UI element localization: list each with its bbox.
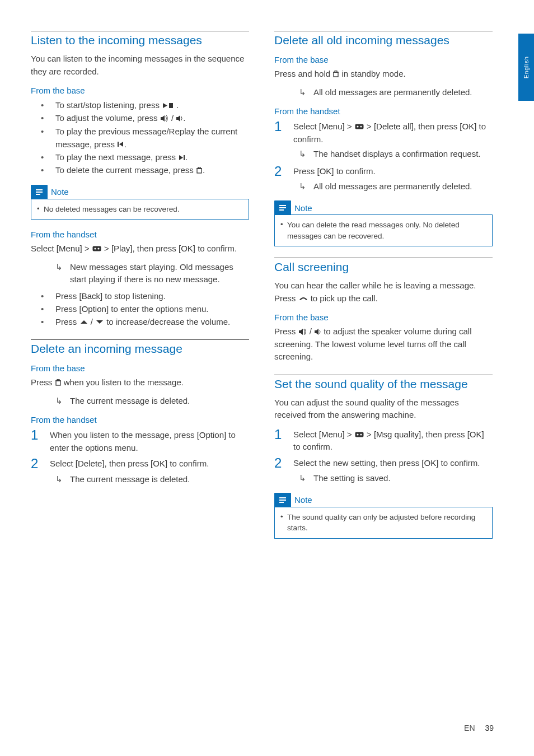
right-column: Delete all old incoming messages From th… xyxy=(274,31,493,734)
result-line: ↳ New messages start playing. Old messag… xyxy=(31,261,249,286)
tape-icon xyxy=(92,245,102,253)
svg-marker-2 xyxy=(161,115,165,122)
list-item: Press [Back] to stop listening. xyxy=(31,290,249,302)
svg-rect-22 xyxy=(334,72,338,77)
svg-rect-24 xyxy=(335,71,337,72)
result-arrow-icon: ↳ xyxy=(299,86,313,98)
svg-rect-21 xyxy=(57,380,59,381)
subhead-from-handset: From the handset xyxy=(31,415,249,424)
step-1: 1 When you listen to the message, press … xyxy=(31,428,249,454)
down-arrow-icon xyxy=(95,319,104,326)
list-item: Press / to increase/decrease the volume. xyxy=(31,315,249,328)
note-text: The sound quality can only be adjusted b… xyxy=(279,512,486,534)
base-instruction: Press / to adjust the speaker volume dur… xyxy=(274,325,493,363)
handset-bullets: Press [Back] to stop listening. Press [O… xyxy=(31,290,249,329)
note-box: Note No deleted messages can be recovere… xyxy=(31,185,249,220)
result-line: ↳ The handset displays a confirmation re… xyxy=(274,148,493,161)
note-icon xyxy=(274,200,291,215)
heading-delete-all: Delete all old incoming messages xyxy=(274,31,493,47)
note-text: No deleted messages can be recovered. xyxy=(36,204,243,215)
result-line: ↳ The setting is saved. xyxy=(274,472,493,485)
svg-rect-33 xyxy=(355,432,363,437)
svg-marker-3 xyxy=(176,115,180,122)
result-arrow-icon: ↳ xyxy=(299,180,313,192)
left-column: Listen to the incoming messages You can … xyxy=(31,31,249,734)
trash-icon xyxy=(332,70,339,78)
list-item: To play the previous message/Replay the … xyxy=(31,125,249,151)
trash-icon xyxy=(55,379,62,387)
svg-point-27 xyxy=(360,125,362,127)
list-item: To adjust the volume, press / . xyxy=(31,111,249,124)
footer-page-number: 39 xyxy=(485,724,494,732)
result-arrow-icon: ↳ xyxy=(55,261,70,273)
svg-rect-25 xyxy=(355,124,363,129)
tape-icon xyxy=(354,123,364,130)
intro-text: You can adjust the sound quality of the … xyxy=(274,396,493,422)
base-instruction: Press and hold in standby mode. xyxy=(274,68,493,81)
up-arrow-icon xyxy=(79,319,88,326)
numbered-steps: 1 Select [Menu] > > [Msg quality], then … xyxy=(274,427,493,485)
tape-icon xyxy=(354,431,364,438)
play-stop-icon xyxy=(162,102,174,109)
svg-marker-17 xyxy=(81,320,87,324)
step-2: 2 Select the new setting, then press [OK… xyxy=(274,456,493,470)
step-2: 2 Select [Delete], then press [OK] to co… xyxy=(31,456,249,470)
svg-rect-7 xyxy=(184,155,185,160)
volume-up-icon xyxy=(160,115,169,122)
svg-rect-1 xyxy=(169,103,173,108)
note-label: Note xyxy=(294,495,312,505)
note-text: You can delete the read messages only. N… xyxy=(279,220,486,241)
subhead-from-base: From the base xyxy=(274,55,493,64)
svg-rect-10 xyxy=(198,167,200,169)
result-arrow-icon: ↳ xyxy=(55,473,70,485)
volume-up-icon xyxy=(298,328,307,335)
svg-point-26 xyxy=(357,125,358,127)
base-instructions: To start/stop listening, press . To adju… xyxy=(31,99,249,177)
list-item: To play the next message, press . xyxy=(31,151,249,164)
intro-text: You can hear the caller while he is leav… xyxy=(274,279,493,305)
heading-call-screening: Call screening xyxy=(274,258,493,274)
subhead-from-base: From the base xyxy=(274,312,493,322)
result-line: ↳ All old messages are permanently delet… xyxy=(274,180,493,193)
intro-text: You can listen to the incoming messages … xyxy=(31,53,249,78)
page-content: Listen to the incoming messages You can … xyxy=(0,0,534,756)
svg-marker-5 xyxy=(119,142,123,147)
subhead-from-handset: From the handset xyxy=(31,230,249,239)
svg-point-15 xyxy=(94,248,96,250)
list-item: Press [Option] to enter the options menu… xyxy=(31,302,249,315)
svg-marker-18 xyxy=(96,320,103,324)
step-1: 1 Select [Menu] > > [Delete all], then p… xyxy=(274,119,493,146)
subhead-from-handset: From the handset xyxy=(274,106,493,116)
previous-icon xyxy=(117,141,124,148)
footer-lang: EN xyxy=(464,724,475,732)
list-item: To start/stop listening, press . xyxy=(31,99,249,111)
subhead-from-base: From the base xyxy=(31,86,249,95)
svg-rect-19 xyxy=(56,381,60,385)
svg-rect-14 xyxy=(92,246,101,251)
svg-rect-8 xyxy=(197,169,202,173)
volume-down-icon xyxy=(314,328,321,335)
handset-instruction: Select [Menu] > > [Play], then press [OK… xyxy=(31,242,249,255)
list-item: To delete the current message, press . xyxy=(31,164,249,176)
subhead-from-base: From the base xyxy=(31,363,249,373)
result-line: ↳ All old messages are permanently delet… xyxy=(274,86,493,99)
note-label: Note xyxy=(294,203,312,213)
heading-sound-quality: Set the sound quality of the message xyxy=(274,375,493,391)
result-line: ↳ The current message is deleted. xyxy=(31,473,249,486)
step-1: 1 Select [Menu] > > [Msg quality], then … xyxy=(274,427,493,454)
svg-marker-31 xyxy=(299,329,303,335)
result-arrow-icon: ↳ xyxy=(299,472,313,484)
svg-point-34 xyxy=(357,433,358,435)
heading-listen: Listen to the incoming messages xyxy=(31,31,249,47)
pickup-icon xyxy=(298,295,308,302)
svg-rect-4 xyxy=(118,142,119,147)
svg-point-35 xyxy=(360,433,362,435)
next-icon xyxy=(178,154,185,161)
svg-marker-32 xyxy=(315,329,318,335)
result-line: ↳ The current message is deleted. xyxy=(31,395,249,408)
svg-marker-6 xyxy=(179,155,183,160)
heading-delete-one: Delete an incoming message xyxy=(31,339,249,356)
note-box: Note The sound quality can only be adjus… xyxy=(274,493,493,539)
base-instruction: Press when you listen to the message. xyxy=(31,376,249,389)
note-box: Note You can delete the read messages on… xyxy=(274,200,493,246)
